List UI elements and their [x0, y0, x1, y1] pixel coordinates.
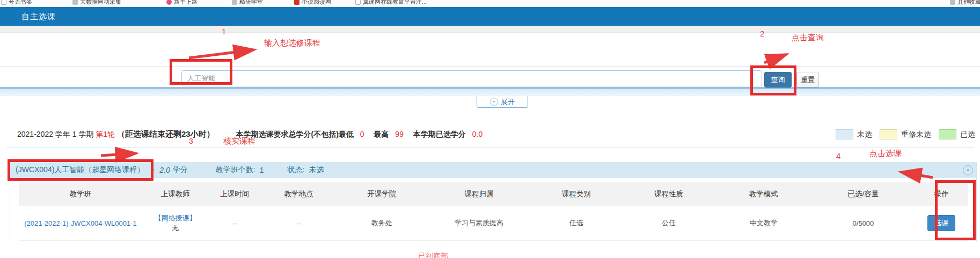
bookmark-favicon-icon [294, 0, 299, 5]
bookmark-favicon-icon [166, 0, 172, 5]
bookmark-item[interactable]: 夸克书签 [1, 0, 32, 6]
col-header-category: 课程类别 [531, 189, 621, 199]
min-credits: 0 [360, 130, 364, 138]
chosen-credits-label: 本学期已选学分 [413, 130, 466, 138]
search-panel-top-border [0, 66, 980, 67]
cell-capacity: 0/5000 [811, 219, 915, 227]
max-credits: 99 [395, 130, 404, 138]
legend-unselected-label: 未选 [857, 130, 872, 139]
other-bookmarks[interactable]: 其他收藏 [950, 0, 980, 6]
legend-retake-swatch [880, 129, 897, 139]
countdown: （距选课结束还剩23小时） [117, 129, 215, 138]
bookmark-item[interactable]: 精研学堂 [232, 0, 263, 6]
bookmark-label: 夸克书签 [9, 0, 32, 6]
bookmark-favicon-icon [355, 0, 361, 5]
col-header-mode: 教学模式 [716, 189, 811, 199]
chosen-credits: 0.0 [472, 130, 482, 138]
class-code-link[interactable]: (2021-2022-1)-JWCX004-WL0001-1 [24, 219, 137, 227]
max-credits-label: 最高 [374, 130, 389, 138]
col-header-nature: 课程性质 [621, 189, 716, 199]
bookmarks-bar: 夸克书签 大数据自动采集 新手上路 精研学堂 小说阅读网 翼课网在线教育平台注.… [0, 0, 980, 7]
query-button[interactable]: 查询 [764, 72, 792, 87]
expand-toggle[interactable]: 展开 [477, 96, 528, 108]
teacher-tag: 【网络授课】 [142, 213, 209, 223]
col-header-college: 开课学院 [337, 189, 427, 199]
semester-term: 2021-2022 学年 1 学期 [17, 130, 93, 138]
bookmark-favicon-icon [232, 0, 237, 5]
course-credits: 2.0 [159, 166, 170, 174]
cell-location: -- [261, 219, 337, 227]
col-header-capacity: 已选/容量 [811, 189, 915, 199]
annotation-step4-label: 点击选课 [869, 149, 902, 159]
page-title: 自主选课 [21, 7, 56, 26]
cell-belonging: 学习与素质提高 [427, 218, 531, 228]
class-count-label: 教学班个数: [216, 165, 255, 175]
end-of-list-text: 已到底部 [418, 252, 448, 258]
cell-college: 教务处 [337, 218, 427, 228]
col-header-teacher: 上课教师 [142, 189, 209, 199]
collapse-chevron-up-icon[interactable] [963, 165, 973, 175]
bookmark-item[interactable]: 小说阅读网 [294, 0, 331, 6]
course-status-value: 未选 [309, 165, 324, 175]
table-row: (2021-2022-1)-JWCX004-WL0001-1 【网络授课】 无 … [19, 206, 968, 241]
legend-selected-swatch [939, 129, 956, 139]
col-header-location: 教学地点 [261, 189, 337, 199]
table-header-row: 教学班 上课教师 上课时间 教学地点 开课学院 课程归属 课程类别 课程性质 教… [19, 182, 968, 206]
legend-selected-label: 已选 [960, 130, 975, 139]
bookmark-label: 翼课网在线教育平台注... [363, 0, 427, 6]
bookmark-favicon-icon [72, 0, 78, 5]
col-header-class: 教学班 [19, 189, 142, 199]
col-header-time: 上课时间 [209, 189, 261, 199]
arrow-step3 [101, 153, 135, 156]
arrow-step1 [189, 50, 253, 58]
class-table: 教学班 上课教师 上课时间 教学地点 开课学院 课程归属 课程类别 课程性质 教… [19, 182, 968, 241]
bookmark-label: 新手上路 [174, 0, 198, 6]
course-panel: (JWCX004)人工智能（超星网络课程） － 2.0 学分 教学班个数: 1 … [10, 162, 977, 241]
folder-icon [950, 0, 955, 5]
separator-line [6, 148, 974, 148]
annotation-step2-label: 点击查询 [792, 33, 824, 43]
legend-unselected-swatch [836, 129, 853, 139]
annotation-step1-label: 输入想选修课程 [264, 38, 320, 48]
arrow-step2 [764, 55, 786, 63]
course-search-input[interactable] [181, 70, 762, 86]
select-course-button[interactable]: 选课 [927, 215, 955, 231]
class-count-value: 1 [260, 166, 264, 174]
bookmark-item[interactable]: 新手上路 [166, 0, 198, 6]
semester-info: 2021-2022 学年 1 学期 第1轮 （距选课结束还剩23小时） 本学期选… [17, 129, 482, 139]
bookmark-item[interactable]: 大数据自动采集 [72, 0, 121, 6]
other-bookmarks-label: 其他收藏 [957, 0, 980, 6]
chevron-down-icon [490, 98, 498, 106]
course-status-label: 状态: [288, 165, 305, 175]
header-substrip [0, 26, 980, 33]
course-title: (JWCX004)人工智能（超星网络课程） [16, 165, 144, 175]
credit-requirement-label: 本学期选课要求总学分(不包括)最低 [236, 130, 354, 138]
bookmark-label: 大数据自动采集 [80, 0, 121, 6]
col-header-belonging: 课程归属 [427, 189, 531, 199]
bookmark-item[interactable]: 翼课网在线教育平台注... [355, 0, 427, 6]
panel-footer-band [0, 87, 980, 96]
cell-nature: 公任 [621, 218, 716, 228]
bookmark-favicon-icon [1, 0, 6, 5]
reset-button[interactable]: 重置 [796, 72, 819, 87]
status-legend: 未选 重修未选 已选 [836, 129, 975, 139]
bookmark-label: 小说阅读网 [302, 0, 331, 6]
legend-retake-label: 重修未选 [901, 130, 931, 139]
col-header-action: 操作 [916, 189, 968, 199]
bookmark-label: 精研学堂 [239, 0, 263, 6]
app-header: 自主选课 [0, 7, 980, 26]
course-credits-unit: 学分 [173, 165, 188, 175]
cell-teaching-mode: 中文教学 [716, 218, 811, 228]
cell-category: 任选 [531, 218, 621, 228]
teacher-name: 无 [142, 223, 209, 233]
annotation-step4-number: 4 [836, 151, 840, 160]
expand-label: 展开 [501, 97, 515, 107]
semester-round: 第1轮 [96, 130, 115, 138]
course-header-band[interactable]: (JWCX004)人工智能（超星网络课程） － 2.0 学分 教学班个数: 1 … [10, 162, 976, 178]
cell-time: -- [209, 219, 261, 227]
course-title-separator: － [149, 165, 156, 175]
